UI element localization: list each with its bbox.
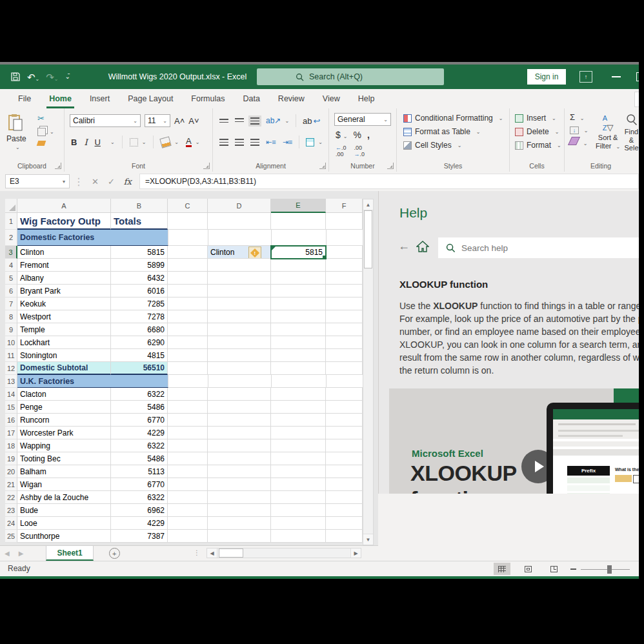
- tab-page-layout[interactable]: Page Layout: [119, 89, 182, 108]
- maximize-button[interactable]: [636, 72, 639, 81]
- row-header-23[interactable]: 23: [5, 504, 17, 517]
- cell-E18[interactable]: [271, 439, 326, 452]
- row-header-6[interactable]: 6: [5, 285, 17, 297]
- comma-style-button[interactable]: ,: [367, 130, 370, 140]
- vertical-scrollbar[interactable]: ▲ ▼: [363, 199, 374, 545]
- cell-D11[interactable]: [208, 349, 271, 362]
- cell-D6[interactable]: [208, 285, 271, 297]
- align-right-icon[interactable]: [250, 139, 259, 146]
- cell-C5[interactable]: [168, 272, 208, 285]
- wrap-text-icon[interactable]: ab↩: [303, 116, 320, 126]
- cell-D16[interactable]: [208, 414, 271, 427]
- tab-view[interactable]: View: [314, 89, 349, 108]
- accounting-format-button[interactable]: $⌄: [336, 130, 348, 140]
- cell-F7[interactable]: [326, 297, 363, 310]
- cell-C1[interactable]: [168, 213, 208, 230]
- middle-align-icon[interactable]: [235, 118, 244, 124]
- cell-C23[interactable]: [168, 504, 208, 517]
- select-all-corner[interactable]: [5, 199, 17, 213]
- cell-A15[interactable]: Penge: [17, 401, 111, 414]
- cell-F14[interactable]: [326, 388, 363, 401]
- increase-indent-icon[interactable]: ⇥≡: [283, 138, 293, 146]
- top-align-icon[interactable]: [219, 119, 228, 123]
- cell-B7[interactable]: 7285: [111, 297, 168, 310]
- cell-D3[interactable]: Clinton!: [208, 246, 271, 259]
- conditional-formatting-button[interactable]: Conditional Formatting⌄: [403, 114, 503, 123]
- clear-button[interactable]: ⌄: [570, 137, 588, 147]
- vertical-scroll-thumb[interactable]: [364, 210, 372, 268]
- cell-F18[interactable]: [326, 439, 363, 452]
- cell-D18[interactable]: [208, 439, 271, 452]
- number-dialog-launcher[interactable]: [387, 163, 394, 169]
- titlebar-search-box[interactable]: Search (Alt+Q): [257, 68, 444, 85]
- fill-color-button[interactable]: ⌄: [161, 137, 179, 147]
- cell-D21[interactable]: [208, 478, 271, 491]
- copy-button[interactable]: ⌄: [37, 128, 54, 136]
- scroll-down-icon[interactable]: ▼: [363, 534, 373, 545]
- tab-file[interactable]: File: [9, 89, 40, 108]
- horizontal-scrollbar[interactable]: ◀ ▶: [206, 548, 361, 558]
- center-icon[interactable]: [235, 139, 244, 146]
- grow-font-button[interactable]: A˄: [174, 116, 185, 126]
- sheet-tab-active[interactable]: Sheet1: [46, 546, 93, 561]
- tab-formulas[interactable]: Formulas: [182, 89, 234, 108]
- row-header-14[interactable]: 14: [5, 388, 17, 401]
- cell-F12[interactable]: [326, 362, 363, 375]
- row-header-9[interactable]: 9: [5, 323, 17, 336]
- cell-C14[interactable]: [168, 388, 208, 401]
- font-size-select[interactable]: 11⌄: [145, 114, 170, 127]
- cell-A1[interactable]: Wig Factory Outp: [17, 213, 111, 230]
- cell-C18[interactable]: [168, 439, 208, 452]
- decrease-indent-icon[interactable]: ⇤≡: [266, 138, 276, 146]
- cell-C7[interactable]: [168, 297, 208, 310]
- cell-F15[interactable]: [326, 401, 363, 414]
- tabbar-splitter[interactable]: ⋮: [194, 549, 201, 556]
- cell-C2[interactable]: [168, 230, 208, 246]
- cell-A4[interactable]: Fremont: [17, 259, 111, 272]
- cell-B18[interactable]: 6322: [111, 439, 168, 452]
- cell-D1[interactable]: [208, 213, 271, 230]
- cell-A19[interactable]: Tooting Bec: [17, 452, 111, 465]
- row-header-24[interactable]: 24: [5, 517, 17, 530]
- cell-B16[interactable]: 6770: [111, 414, 168, 427]
- cut-off-button[interactable]: [634, 92, 639, 107]
- cell-D9[interactable]: [208, 323, 271, 336]
- cell-E9[interactable]: [271, 323, 326, 336]
- row-header-22[interactable]: 22: [5, 491, 17, 504]
- row-header-4[interactable]: 4: [5, 259, 17, 272]
- cell-A22[interactable]: Ashby de la Zouche: [17, 491, 111, 504]
- cell-F4[interactable]: [326, 259, 363, 272]
- font-color-button[interactable]: A⌄: [186, 137, 199, 147]
- decrease-decimal-button[interactable]: .00→.0: [354, 145, 365, 157]
- formula-input[interactable]: =XLOOKUP(D3,A3:A11,B3:B11): [139, 174, 639, 189]
- cell-B11[interactable]: 4815: [111, 349, 168, 362]
- insert-cells-button[interactable]: Insert⌄: [515, 114, 561, 123]
- cell-D19[interactable]: [208, 452, 271, 465]
- cell-A20[interactable]: Balham: [17, 465, 111, 478]
- cell-C21[interactable]: [168, 478, 208, 491]
- cell-B9[interactable]: 6680: [111, 323, 168, 336]
- row-header-15[interactable]: 15: [5, 401, 17, 414]
- tab-data[interactable]: Data: [234, 89, 268, 108]
- cell-F22[interactable]: [326, 491, 363, 504]
- cell-D2[interactable]: [208, 230, 272, 246]
- undo-icon[interactable]: ↶⌄: [27, 72, 39, 82]
- cell-D17[interactable]: [208, 427, 271, 439]
- sheet-nav-left-icon[interactable]: ◀: [5, 550, 10, 557]
- save-icon[interactable]: [10, 72, 21, 82]
- cell-B19[interactable]: 5486: [111, 452, 168, 465]
- cell-D10[interactable]: [208, 336, 271, 349]
- row-header-20[interactable]: 20: [5, 465, 17, 478]
- cell-D24[interactable]: [208, 517, 271, 530]
- cell-B24[interactable]: 4229: [111, 517, 168, 530]
- fill-handle[interactable]: [322, 255, 326, 259]
- zoom-slider-thumb[interactable]: [607, 565, 612, 574]
- tab-help[interactable]: Help: [349, 89, 384, 108]
- column-header-D[interactable]: D: [208, 199, 271, 213]
- cell-B15[interactable]: 5486: [111, 401, 168, 414]
- page-layout-view-button[interactable]: [519, 563, 536, 575]
- cell-C13[interactable]: [168, 375, 208, 388]
- autosum-button[interactable]: Σ ⌄: [570, 112, 588, 122]
- cell-A17[interactable]: Worcester Park: [17, 427, 111, 439]
- cell-E17[interactable]: [271, 427, 326, 439]
